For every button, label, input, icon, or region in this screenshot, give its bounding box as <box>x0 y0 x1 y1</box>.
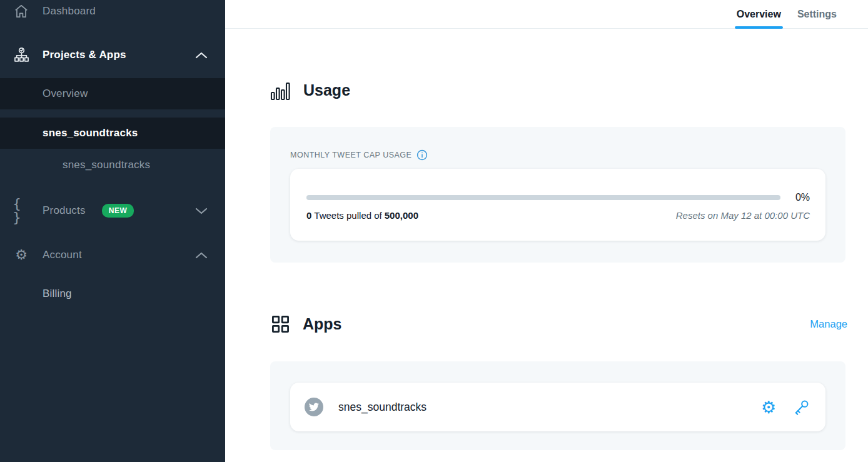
sidebar-item-dashboard[interactable]: Dashboard <box>0 0 225 27</box>
gear-icon: ⚙ <box>761 399 776 416</box>
tweet-cap-label-row: MONTHLY TWEET CAP USAGE <box>290 149 428 161</box>
apps-title: Apps <box>303 315 342 333</box>
manage-apps-link[interactable]: Manage <box>810 318 847 330</box>
sidebar-item-label: Dashboard <box>43 5 96 18</box>
cap-reset-text: Resets on May 12 at 00:00 UTC <box>676 210 810 221</box>
tweet-cap-panel: MONTHLY TWEET CAP USAGE 0% 0Tweets pulle… <box>270 127 845 263</box>
key-icon <box>793 399 810 416</box>
chevron-up-icon <box>195 52 208 59</box>
tweet-cap-progress-row: 0% <box>306 193 810 203</box>
sidebar-item-app[interactable]: snes_soundtracks <box>0 149 225 181</box>
sidebar-item-label: Overview <box>43 88 88 100</box>
sidebar: Dashboard Projects & Apps Overview snes_… <box>0 0 225 462</box>
tweet-cap-total: 500,000 <box>385 210 418 221</box>
sidebar-item-products[interactable]: { } Products NEW <box>0 195 225 226</box>
tweets-pulled-text: 0Tweets pulled of500,000 <box>306 210 418 221</box>
tweets-pulled-mid: Tweets pulled of <box>314 210 381 221</box>
usage-section-header: Usage <box>270 79 350 101</box>
grid-icon <box>270 314 291 334</box>
braces-icon: { } <box>13 202 30 219</box>
sidebar-item-account[interactable]: ⚙ Account <box>0 239 225 271</box>
sidebar-item-label: Billing <box>43 288 72 300</box>
sidebar-item-label: Products <box>43 204 86 217</box>
tab-overview[interactable]: Overview <box>737 0 781 28</box>
tweets-pulled-count: 0 <box>306 210 311 221</box>
tab-settings-label: Settings <box>797 9 837 20</box>
tweet-cap-percent: 0% <box>795 192 810 203</box>
info-icon[interactable] <box>416 149 428 161</box>
chevron-down-icon <box>195 208 208 214</box>
active-tab-underline <box>735 26 783 29</box>
usage-title: Usage <box>303 81 350 99</box>
sidebar-item-projects-apps[interactable]: Projects & Apps <box>0 39 225 71</box>
sitemap-icon <box>13 46 30 64</box>
bar-chart-icon <box>270 79 291 101</box>
sidebar-item-billing[interactable]: Billing <box>0 278 225 309</box>
tweet-cap-card: 0% 0Tweets pulled of500,000 Resets on Ma… <box>290 169 825 241</box>
tab-overview-label: Overview <box>737 9 781 20</box>
app-keys-button[interactable] <box>791 397 811 417</box>
sidebar-item-label: Projects & Apps <box>43 49 126 61</box>
apps-section-header: Apps <box>270 314 342 334</box>
main-content: Overview Settings Usage MONTHLY TWEET CA… <box>225 0 868 462</box>
home-icon <box>13 3 30 20</box>
page-tabs: Overview Settings <box>225 0 868 29</box>
app-card: snes_soundtracks ⚙ <box>290 383 825 431</box>
sidebar-item-label: snes_soundtracks <box>63 159 150 171</box>
tab-settings[interactable]: Settings <box>797 0 837 28</box>
app-name: snes_soundtracks <box>338 401 426 414</box>
gear-icon: ⚙ <box>13 246 30 264</box>
chevron-up-icon <box>195 252 208 259</box>
twitter-avatar <box>305 398 323 416</box>
tweet-cap-label: MONTHLY TWEET CAP USAGE <box>290 151 411 159</box>
tweet-cap-progress-track <box>306 195 780 200</box>
new-badge: NEW <box>102 204 134 218</box>
apps-panel: snes_soundtracks ⚙ <box>270 361 845 450</box>
sidebar-item-label: snes_soundtracks <box>43 127 138 139</box>
tweet-cap-stats-row: 0Tweets pulled of500,000 Resets on May 1… <box>306 210 810 221</box>
sidebar-item-label: Account <box>43 249 82 261</box>
app-settings-button[interactable]: ⚙ <box>759 397 779 417</box>
sidebar-item-project[interactable]: snes_soundtracks <box>0 118 225 149</box>
sidebar-item-overview[interactable]: Overview <box>0 78 225 109</box>
